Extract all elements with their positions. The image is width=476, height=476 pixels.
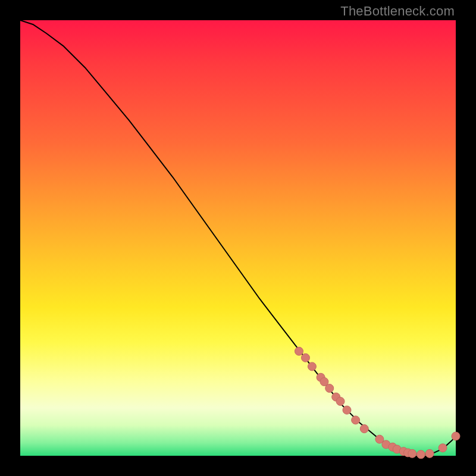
curve-layer: [20, 20, 456, 456]
curve-marker: [360, 425, 368, 433]
bottleneck-curve: [20, 20, 456, 455]
curve-marker: [452, 432, 460, 440]
curve-marker: [308, 362, 316, 371]
curve-marker: [325, 384, 334, 393]
curve-markers: [295, 347, 460, 458]
chart-frame: TheBottleneck.com: [0, 0, 476, 476]
curve-marker: [352, 416, 360, 424]
curve-marker: [343, 406, 351, 414]
curve-marker: [416, 450, 425, 459]
curve-marker: [295, 347, 303, 355]
curve-marker: [336, 397, 345, 406]
curve-marker: [439, 444, 447, 452]
curve-marker: [301, 353, 309, 362]
watermark-text: TheBottleneck.com: [340, 4, 455, 19]
plot-area: [20, 20, 456, 456]
curve-marker: [425, 449, 434, 458]
curve-marker: [408, 449, 416, 458]
